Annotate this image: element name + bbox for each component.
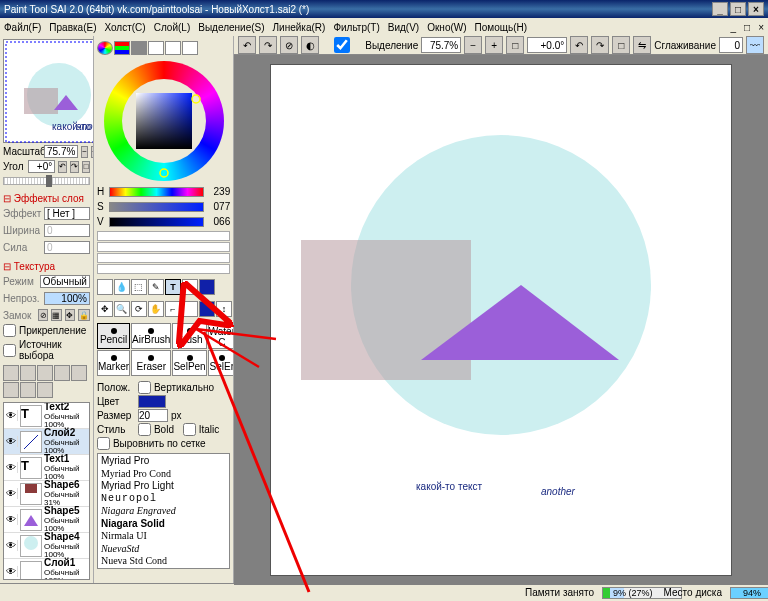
- brush-Eraser[interactable]: Eraser: [131, 350, 171, 376]
- toolbar-fliph[interactable]: ⇋: [633, 36, 651, 54]
- toolbar-rot-reset[interactable]: □: [612, 36, 630, 54]
- close-button[interactable]: ×: [748, 2, 764, 16]
- tool-swap[interactable]: ↕: [216, 301, 232, 317]
- effect-value[interactable]: [ Нет ]: [44, 207, 90, 220]
- menu-help[interactable]: Помощь(H): [475, 22, 528, 33]
- toolbar-zoom-reset[interactable]: □: [506, 36, 524, 54]
- eye-icon[interactable]: 👁: [4, 514, 18, 525]
- rotate-reset-button[interactable]: □: [82, 161, 90, 173]
- layer-mask-button[interactable]: [54, 365, 70, 381]
- menu-canvas[interactable]: Холст(C): [104, 22, 145, 33]
- brush-SelEr[interactable]: SelEr: [208, 350, 235, 376]
- tool-select-rect[interactable]: ⬚: [131, 279, 147, 295]
- font-option[interactable]: Neuropol: [101, 493, 226, 506]
- rgb-bars-icon[interactable]: [114, 41, 130, 55]
- brush-SelPen[interactable]: SelPen: [172, 350, 206, 376]
- eye-icon[interactable]: 👁: [4, 566, 18, 577]
- delete-layer-button[interactable]: [37, 382, 53, 398]
- font-option[interactable]: Niagara Engraved: [101, 505, 226, 518]
- toolbar-rot-ccw[interactable]: ↶: [570, 36, 588, 54]
- doc-close-button[interactable]: ×: [758, 22, 764, 33]
- bold-checkbox[interactable]: [138, 423, 151, 436]
- tool-move[interactable]: ✥: [97, 301, 113, 317]
- layer-row[interactable]: 👁Слой2Обычный100%: [4, 429, 89, 455]
- smooth-value[interactable]: [719, 37, 743, 53]
- zoom-out-button[interactable]: −: [81, 146, 88, 158]
- toolbar-zoom[interactable]: [421, 37, 461, 53]
- val-bar[interactable]: [109, 217, 204, 227]
- toolbar-angle[interactable]: [527, 37, 567, 53]
- font-option[interactable]: Nirmala UI: [101, 530, 226, 543]
- brush-Marker[interactable]: Marker: [97, 350, 130, 376]
- eye-icon[interactable]: 👁: [4, 488, 18, 499]
- layer-row[interactable]: 👁Shape5Обычный100%: [4, 507, 89, 533]
- menu-file[interactable]: Файл(F): [4, 22, 41, 33]
- font-option[interactable]: Niagara Solid: [101, 518, 226, 531]
- minimize-button[interactable]: _: [712, 2, 728, 16]
- brush-Brush[interactable]: Brush: [172, 323, 206, 349]
- menu-selection[interactable]: Выделение(S): [198, 22, 264, 33]
- menu-view[interactable]: Вид(V): [388, 22, 419, 33]
- lock-pixel-button[interactable]: ▦: [51, 309, 61, 321]
- sat-bar[interactable]: [109, 202, 204, 212]
- scale-value[interactable]: 75.7%: [44, 145, 78, 158]
- layer-row[interactable]: 👁TText1Обычный100%: [4, 455, 89, 481]
- tool-zoom[interactable]: 🔍: [114, 301, 130, 317]
- rotate-ccw-button[interactable]: ↶: [58, 161, 67, 173]
- palette-icon[interactable]: [165, 41, 181, 55]
- brush-Water C[interactable]: Water C: [208, 323, 235, 349]
- layer-list[interactable]: 👁TText2Обычный100%👁Слой2Обычный100%👁TTex…: [3, 402, 90, 580]
- tool-rotate[interactable]: ⟳: [131, 301, 147, 317]
- undo-button[interactable]: ↶: [238, 36, 256, 54]
- brush-AirBrush[interactable]: AirBrush: [131, 323, 171, 349]
- lock-move-button[interactable]: ✥: [65, 309, 75, 321]
- scratchpad-icon[interactable]: [182, 41, 198, 55]
- tool-eyedropper[interactable]: 💧: [114, 279, 130, 295]
- menu-filter[interactable]: Фильтр(T): [333, 22, 379, 33]
- toolbar-zoom-in[interactable]: +: [485, 36, 503, 54]
- color-wheel[interactable]: [104, 61, 224, 181]
- text-color-swatch[interactable]: [138, 395, 166, 408]
- rotate-cw-button[interactable]: ↷: [70, 161, 79, 173]
- deselect-button[interactable]: ⊘: [280, 36, 298, 54]
- font-option[interactable]: Myriad Pro Cond: [101, 468, 226, 481]
- swatch-icon[interactable]: [148, 41, 164, 55]
- srcsel-checkbox[interactable]: [3, 344, 16, 357]
- tool-blank1[interactable]: [97, 279, 113, 295]
- eye-icon[interactable]: 👁: [4, 462, 18, 473]
- font-option[interactable]: Nueva Std Cond: [101, 555, 226, 568]
- italic-checkbox[interactable]: [183, 423, 196, 436]
- invert-sel-button[interactable]: ◐: [301, 36, 319, 54]
- mode-value[interactable]: Обычный: [40, 275, 90, 288]
- clear-button[interactable]: [20, 382, 36, 398]
- flatten-button[interactable]: [3, 382, 19, 398]
- menu-ruler[interactable]: Линейка(R): [273, 22, 326, 33]
- new-vector-button[interactable]: [20, 365, 36, 381]
- hue-bar[interactable]: [109, 187, 204, 197]
- lock-none-button[interactable]: ⊘: [38, 309, 48, 321]
- tool-hand[interactable]: ✋: [148, 301, 164, 317]
- opacity-value[interactable]: 100%: [44, 292, 90, 305]
- canvas[interactable]: какой-то текст another: [271, 65, 731, 575]
- size-input[interactable]: [138, 409, 168, 422]
- brush-Pencil[interactable]: Pencil: [97, 323, 130, 349]
- eye-icon[interactable]: 👁: [4, 410, 18, 421]
- maximize-button[interactable]: □: [730, 2, 746, 16]
- eye-icon[interactable]: 👁: [4, 540, 18, 551]
- font-option[interactable]: NuevaStd: [101, 543, 226, 556]
- navigator-thumbnail[interactable]: какой-то текст another: [3, 39, 94, 143]
- stabilizer-button[interactable]: 〰: [746, 36, 764, 54]
- lock-all-button[interactable]: 🔒: [78, 309, 90, 321]
- show-sel-checkbox[interactable]: [322, 37, 362, 53]
- menu-window[interactable]: Окно(W): [427, 22, 466, 33]
- font-option[interactable]: Nyala: [101, 568, 226, 570]
- doc-minimize-button[interactable]: _: [731, 22, 737, 33]
- tool-text[interactable]: T: [165, 279, 181, 295]
- pin-checkbox[interactable]: [3, 324, 16, 337]
- menu-edit[interactable]: Правка(E): [49, 22, 96, 33]
- redo-button[interactable]: ↷: [259, 36, 277, 54]
- angle-value[interactable]: +0°: [28, 160, 56, 173]
- layer-row[interactable]: 👁TText2Обычный100%: [4, 403, 89, 429]
- swatch-palette[interactable]: [97, 230, 230, 275]
- tool-crop[interactable]: ⌐: [165, 301, 181, 317]
